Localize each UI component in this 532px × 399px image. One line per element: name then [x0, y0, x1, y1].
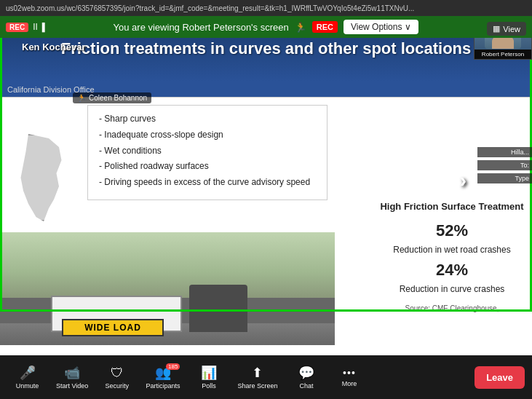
polls-label: Polls — [202, 382, 216, 390]
participants-badge: 185 — [166, 363, 180, 370]
more-label: More — [342, 380, 357, 387]
participants-button[interactable]: 185 👥 Participants — [140, 362, 186, 392]
source-text: Source: CMF Clearinghouse, — [379, 303, 525, 315]
percent-1: 52% — [379, 218, 525, 243]
view-button[interactable]: ▦ View — [487, 22, 526, 36]
pause-icon: II — [33, 22, 38, 32]
chat-label: Chat — [299, 382, 313, 390]
browser-address-bar: us02web.zoom.us/wc/63576857395/join?trac… — [0, 0, 532, 16]
chat-button[interactable]: 💬 Chat — [286, 362, 326, 392]
toolbar-items: 🎤 Unmute 📹 Start Video 🛡 Security 185 👥 … — [7, 362, 469, 392]
coleen-runner-icon: 🏃 — [77, 94, 86, 102]
robert-name-label: Robert Peterson — [475, 50, 531, 59]
view-icon: ▦ — [493, 24, 500, 33]
signal-icon: ▌ — [42, 23, 48, 31]
polls-icon: 📊 — [201, 365, 217, 381]
percent-2: 24% — [379, 257, 525, 283]
polls-button[interactable]: 📊 Polls — [188, 362, 229, 392]
view-options-label: View Options — [351, 22, 402, 32]
truck-image-area: WIDE LOAD — [0, 232, 335, 345]
to-label: To: — [477, 160, 532, 170]
more-icon: ••• — [343, 367, 356, 379]
shield-icon: 🛡 — [111, 366, 124, 381]
view-options-button[interactable]: View Options ∨ — [344, 20, 418, 34]
participants-label: Participants — [146, 382, 180, 390]
bullet-2: - Inadequate cross-slope design — [99, 129, 316, 141]
info-title: High Friction Surface Treatment — [379, 200, 525, 215]
truck-cab — [189, 285, 247, 332]
bullet-3: - Wet conditions — [99, 145, 316, 157]
unmute-button[interactable]: 🎤 Unmute — [7, 362, 47, 392]
chevron-down-icon: ∨ — [405, 22, 411, 32]
share-screen-icon: ⬆ — [252, 365, 263, 381]
info-box: High Friction Surface Treatment 52% Redu… — [379, 200, 525, 315]
california-map — [4, 105, 84, 250]
desc-1: Reduction in wet road crashes — [379, 243, 525, 257]
slide-background: Friction treatments in curves and other … — [0, 16, 532, 355]
coleen-name: Coleen Bohannon — [89, 94, 147, 102]
video-icon: 📹 — [64, 365, 80, 381]
slide-title: Friction treatments in curves and other … — [61, 39, 472, 60]
bullet-5: - Driving speeds in excess of the curve … — [99, 176, 316, 189]
rec-badge: REC — [6, 23, 28, 32]
bullet-points-box: - Sharp curves - Inadequate cross-slope … — [87, 105, 327, 200]
mic-icon: 🎤 — [20, 365, 36, 381]
toolbar: 🎤 Unmute 📹 Start Video 🛡 Security 185 👥 … — [0, 355, 532, 399]
notification-text: You are viewing Robert Peterson's screen — [114, 22, 289, 33]
leave-button[interactable]: Leave — [475, 366, 525, 389]
rec-badge-inline: REC — [312, 21, 338, 33]
start-video-button[interactable]: 📹 Start Video — [50, 362, 94, 392]
security-label: Security — [106, 382, 130, 390]
shared-screen-area: You are viewing Robert Peterson's screen… — [0, 16, 532, 355]
share-screen-button[interactable]: ⬆ Share Screen — [231, 362, 283, 392]
security-button[interactable]: 🛡 Security — [97, 363, 137, 392]
slide-body: - Sharp curves - Inadequate cross-slope … — [0, 98, 532, 355]
type-label: Type — [477, 173, 532, 183]
runner-icon: 🏃 — [295, 22, 306, 33]
zoom-meeting-window: REC II ▌ ▦ View You are viewing Robert P… — [0, 16, 532, 399]
participant-badge-coleen: 🏃 Coleen Bohannon — [73, 92, 151, 103]
desc-2: Reduction in curve crashes — [379, 283, 525, 296]
bullet-1: - Sharp curves — [99, 113, 316, 125]
presenter-name: Ken Kochevar — [22, 42, 85, 52]
hillary-label: Hilla... — [477, 147, 532, 157]
start-video-label: Start Video — [56, 382, 88, 390]
bullet-4: - Polished roadway surfaces — [99, 160, 316, 173]
share-notification-bar: You are viewing Robert Peterson's screen… — [0, 16, 532, 38]
navigate-right-button[interactable]: › — [460, 169, 467, 192]
view-label: View — [503, 25, 520, 33]
unmute-label: Unmute — [16, 382, 39, 390]
chat-icon: 💬 — [298, 365, 314, 381]
ca-shape-icon — [18, 134, 69, 221]
right-panel-hints: Hilla... To: Type — [477, 147, 532, 183]
wide-load-sign: WIDE LOAD — [62, 319, 164, 336]
recording-indicator: REC II ▌ — [6, 22, 48, 32]
leave-label: Leave — [486, 372, 513, 383]
share-screen-label: Share Screen — [237, 382, 277, 390]
more-button[interactable]: ••• More — [329, 364, 369, 390]
browser-url: us02web.zoom.us/wc/63576857395/join?trac… — [6, 4, 414, 12]
